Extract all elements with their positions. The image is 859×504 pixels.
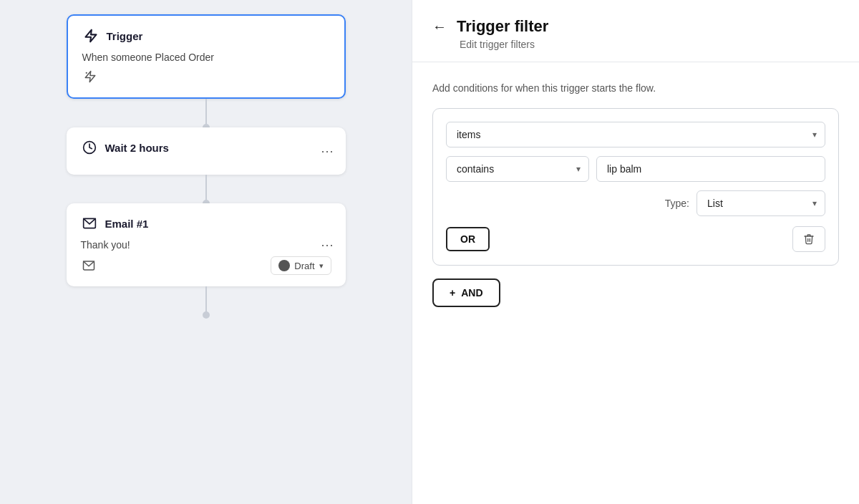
type-label: Type: xyxy=(665,198,689,209)
condition-select-wrapper: contains ▾ xyxy=(446,156,589,182)
email-title: Email #1 xyxy=(105,218,149,230)
flow-canvas: Trigger When someone Placed Order xyxy=(0,0,412,504)
wait-node[interactable]: Wait 2 hours ⋯ xyxy=(67,127,346,175)
filter-block: items ▾ contains ▾ Type: xyxy=(432,108,839,266)
draft-status-button[interactable]: Draft ▾ xyxy=(271,256,331,275)
type-select-wrapper: List ▾ xyxy=(697,190,825,216)
wait-more-button[interactable]: ⋯ xyxy=(321,143,334,159)
back-button[interactable]: ← xyxy=(432,19,447,35)
clock-icon xyxy=(81,139,98,156)
filter-value-input[interactable] xyxy=(596,156,825,182)
email-icon xyxy=(81,215,98,232)
filter-actions: OR xyxy=(446,226,825,252)
draft-chevron-icon: ▾ xyxy=(319,261,324,271)
type-select[interactable]: List xyxy=(697,190,825,216)
wait-title: Wait 2 hours xyxy=(105,142,169,154)
condition-select[interactable]: contains xyxy=(446,156,589,182)
instruction-text: Add conditions for when this trigger sta… xyxy=(432,82,839,94)
trigger-node[interactable]: Trigger When someone Placed Order xyxy=(67,14,346,99)
panel-body: Add conditions for when this trigger sta… xyxy=(412,62,859,504)
or-button[interactable]: OR xyxy=(446,227,490,251)
and-label: AND xyxy=(461,287,482,299)
and-button[interactable]: + AND xyxy=(432,278,500,307)
email-badge-icon xyxy=(81,258,97,273)
connector-3 xyxy=(205,286,207,315)
trigger-title: Trigger xyxy=(107,30,143,42)
trigger-subtitle: When someone Placed Order xyxy=(82,52,330,63)
email-more-button[interactable]: ⋯ xyxy=(321,237,334,253)
type-row: Type: List ▾ xyxy=(446,190,825,216)
trigger-icon xyxy=(82,27,100,44)
trash-icon xyxy=(803,233,815,246)
svg-marker-0 xyxy=(85,30,96,42)
panel-title: Trigger filter xyxy=(457,17,548,36)
draft-label: Draft xyxy=(294,261,314,271)
connector-1 xyxy=(205,99,207,127)
condition-row: contains ▾ xyxy=(446,156,825,182)
email-subtitle: Thank you! xyxy=(81,239,331,251)
field-row: items ▾ xyxy=(446,122,825,147)
trigger-badge-icon xyxy=(82,69,98,84)
and-plus-icon: + xyxy=(450,287,455,299)
field-select-wrapper: items ▾ xyxy=(446,122,825,147)
field-select[interactable]: items xyxy=(446,122,825,147)
draft-circle-icon xyxy=(278,260,290,271)
email-node[interactable]: Email #1 Thank you! ⋯ Draft ▾ xyxy=(67,203,346,286)
panel-subtitle: Edit trigger filters xyxy=(460,39,839,50)
delete-condition-button[interactable] xyxy=(792,226,825,252)
connector-2 xyxy=(205,175,207,203)
panel-header: ← Trigger filter Edit trigger filters xyxy=(412,0,859,62)
trigger-filter-panel: ← Trigger filter Edit trigger filters Ad… xyxy=(412,0,859,504)
